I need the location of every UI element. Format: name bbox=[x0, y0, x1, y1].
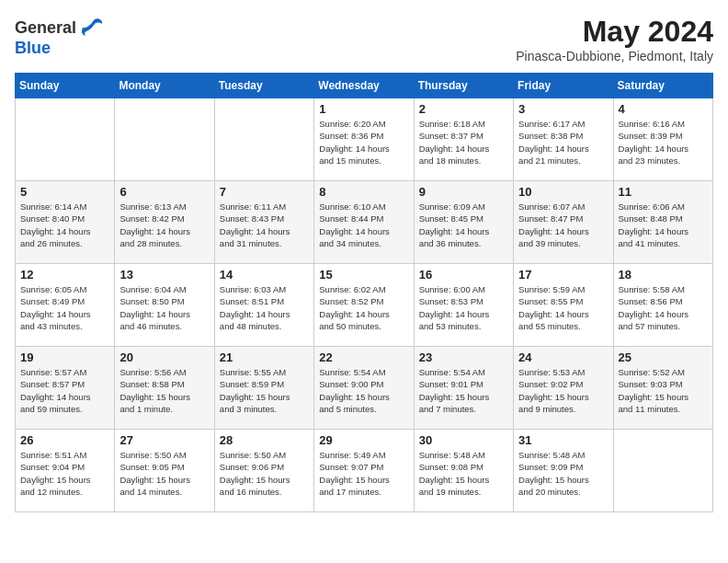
day-number: 9 bbox=[419, 185, 508, 199]
day-number: 12 bbox=[20, 268, 109, 282]
calendar-cell bbox=[115, 98, 214, 181]
calendar-cell: 13Sunrise: 6:04 AMSunset: 8:50 PMDayligh… bbox=[115, 264, 214, 347]
week-row-4: 19Sunrise: 5:57 AMSunset: 8:57 PMDayligh… bbox=[16, 347, 713, 430]
day-info: Sunrise: 6:04 AMSunset: 8:50 PMDaylight:… bbox=[119, 283, 209, 332]
calendar-cell: 12Sunrise: 6:05 AMSunset: 8:49 PMDayligh… bbox=[16, 264, 115, 347]
day-number: 20 bbox=[119, 350, 209, 364]
day-number: 31 bbox=[518, 433, 608, 447]
page-header: General Blue May 2024 Pinasca-Dubbione, … bbox=[15, 15, 713, 63]
calendar-cell: 15Sunrise: 6:02 AMSunset: 8:52 PMDayligh… bbox=[314, 264, 414, 347]
calendar-cell: 14Sunrise: 6:03 AMSunset: 8:51 PMDayligh… bbox=[214, 264, 313, 347]
header-thursday: Thursday bbox=[414, 74, 513, 98]
day-info: Sunrise: 6:18 AMSunset: 8:37 PMDaylight:… bbox=[419, 118, 508, 167]
day-info: Sunrise: 5:54 AMSunset: 9:00 PMDaylight:… bbox=[319, 366, 408, 415]
calendar-cell: 27Sunrise: 5:50 AMSunset: 9:05 PMDayligh… bbox=[115, 430, 214, 512]
calendar-cell: 7Sunrise: 6:11 AMSunset: 8:43 PMDaylight… bbox=[214, 181, 313, 264]
calendar-cell: 30Sunrise: 5:48 AMSunset: 9:08 PMDayligh… bbox=[414, 430, 513, 512]
day-info: Sunrise: 5:50 AMSunset: 9:05 PMDaylight:… bbox=[119, 449, 209, 498]
day-number: 21 bbox=[220, 350, 309, 364]
day-number: 17 bbox=[518, 268, 608, 282]
day-number: 24 bbox=[518, 350, 608, 364]
day-number: 23 bbox=[419, 350, 508, 364]
day-info: Sunrise: 5:50 AMSunset: 9:06 PMDaylight:… bbox=[220, 449, 309, 498]
day-info: Sunrise: 6:14 AMSunset: 8:40 PMDaylight:… bbox=[20, 201, 109, 249]
calendar-title: May 2024 bbox=[516, 15, 713, 49]
day-info: Sunrise: 6:06 AMSunset: 8:48 PMDaylight:… bbox=[619, 201, 708, 249]
day-info: Sunrise: 6:17 AMSunset: 8:38 PMDaylight:… bbox=[518, 118, 608, 167]
day-number: 19 bbox=[20, 350, 109, 364]
day-info: Sunrise: 5:52 AMSunset: 9:03 PMDaylight:… bbox=[619, 366, 708, 415]
day-number: 1 bbox=[319, 102, 408, 116]
calendar-cell: 8Sunrise: 6:10 AMSunset: 8:44 PMDaylight… bbox=[314, 181, 414, 264]
calendar-cell: 10Sunrise: 6:07 AMSunset: 8:47 PMDayligh… bbox=[514, 181, 613, 264]
day-info: Sunrise: 6:09 AMSunset: 8:45 PMDaylight:… bbox=[419, 201, 508, 249]
day-info: Sunrise: 5:53 AMSunset: 9:02 PMDaylight:… bbox=[518, 366, 608, 415]
calendar-cell bbox=[16, 98, 115, 181]
calendar-cell: 31Sunrise: 5:48 AMSunset: 9:09 PMDayligh… bbox=[514, 430, 613, 512]
calendar-cell: 5Sunrise: 6:14 AMSunset: 8:40 PMDaylight… bbox=[16, 181, 115, 264]
day-info: Sunrise: 5:58 AMSunset: 8:56 PMDaylight:… bbox=[619, 283, 708, 332]
title-block: May 2024 Pinasca-Dubbione, Piedmont, Ita… bbox=[516, 15, 713, 63]
day-number: 3 bbox=[518, 102, 608, 116]
calendar-cell: 24Sunrise: 5:53 AMSunset: 9:02 PMDayligh… bbox=[514, 347, 613, 430]
calendar-cell: 2Sunrise: 6:18 AMSunset: 8:37 PMDaylight… bbox=[414, 98, 513, 181]
calendar-subtitle: Pinasca-Dubbione, Piedmont, Italy bbox=[516, 49, 713, 63]
week-row-5: 26Sunrise: 5:51 AMSunset: 9:04 PMDayligh… bbox=[16, 430, 713, 512]
day-number: 28 bbox=[220, 433, 309, 447]
calendar-cell: 17Sunrise: 5:59 AMSunset: 8:55 PMDayligh… bbox=[514, 264, 613, 347]
day-number: 8 bbox=[319, 185, 408, 199]
calendar-cell: 20Sunrise: 5:56 AMSunset: 8:58 PMDayligh… bbox=[115, 347, 214, 430]
calendar-cell: 26Sunrise: 5:51 AMSunset: 9:04 PMDayligh… bbox=[16, 430, 115, 512]
logo: General Blue bbox=[15, 15, 106, 58]
calendar-table: SundayMondayTuesdayWednesdayThursdayFrid… bbox=[15, 73, 713, 512]
logo-bird-icon bbox=[78, 15, 106, 42]
calendar-cell: 23Sunrise: 5:54 AMSunset: 9:01 PMDayligh… bbox=[414, 347, 513, 430]
calendar-cell: 4Sunrise: 6:16 AMSunset: 8:39 PMDaylight… bbox=[613, 98, 712, 181]
day-info: Sunrise: 5:51 AMSunset: 9:04 PMDaylight:… bbox=[20, 449, 109, 498]
day-number: 25 bbox=[619, 350, 708, 364]
calendar-cell: 6Sunrise: 6:13 AMSunset: 8:42 PMDaylight… bbox=[115, 181, 214, 264]
day-info: Sunrise: 6:05 AMSunset: 8:49 PMDaylight:… bbox=[20, 283, 109, 332]
day-number: 26 bbox=[20, 433, 109, 447]
calendar-cell: 18Sunrise: 5:58 AMSunset: 8:56 PMDayligh… bbox=[613, 264, 712, 347]
day-info: Sunrise: 6:20 AMSunset: 8:36 PMDaylight:… bbox=[319, 118, 408, 167]
day-info: Sunrise: 5:49 AMSunset: 9:07 PMDaylight:… bbox=[319, 449, 408, 498]
calendar-cell: 28Sunrise: 5:50 AMSunset: 9:06 PMDayligh… bbox=[214, 430, 313, 512]
week-row-3: 12Sunrise: 6:05 AMSunset: 8:49 PMDayligh… bbox=[16, 264, 713, 347]
day-number: 13 bbox=[119, 268, 209, 282]
header-wednesday: Wednesday bbox=[314, 74, 414, 98]
day-number: 2 bbox=[419, 102, 508, 116]
calendar-cell: 21Sunrise: 5:55 AMSunset: 8:59 PMDayligh… bbox=[214, 347, 313, 430]
day-number: 27 bbox=[119, 433, 209, 447]
day-info: Sunrise: 6:00 AMSunset: 8:53 PMDaylight:… bbox=[419, 283, 508, 332]
header-sunday: Sunday bbox=[16, 74, 115, 98]
header-tuesday: Tuesday bbox=[214, 74, 313, 98]
day-info: Sunrise: 5:55 AMSunset: 8:59 PMDaylight:… bbox=[220, 366, 309, 415]
calendar-cell: 3Sunrise: 6:17 AMSunset: 8:38 PMDaylight… bbox=[514, 98, 613, 181]
calendar-cell: 11Sunrise: 6:06 AMSunset: 8:48 PMDayligh… bbox=[613, 181, 712, 264]
day-number: 10 bbox=[518, 185, 608, 199]
day-info: Sunrise: 5:54 AMSunset: 9:01 PMDaylight:… bbox=[419, 366, 508, 415]
day-number: 30 bbox=[419, 433, 508, 447]
day-info: Sunrise: 6:16 AMSunset: 8:39 PMDaylight:… bbox=[619, 118, 708, 167]
day-info: Sunrise: 6:07 AMSunset: 8:47 PMDaylight:… bbox=[518, 201, 608, 249]
calendar-cell: 29Sunrise: 5:49 AMSunset: 9:07 PMDayligh… bbox=[314, 430, 414, 512]
week-row-1: 1Sunrise: 6:20 AMSunset: 8:36 PMDaylight… bbox=[16, 98, 713, 181]
day-info: Sunrise: 5:57 AMSunset: 8:57 PMDaylight:… bbox=[20, 366, 109, 415]
day-number: 5 bbox=[20, 185, 109, 199]
logo-text: General Blue bbox=[15, 15, 106, 58]
calendar-cell: 1Sunrise: 6:20 AMSunset: 8:36 PMDaylight… bbox=[314, 98, 414, 181]
day-info: Sunrise: 6:11 AMSunset: 8:43 PMDaylight:… bbox=[220, 201, 309, 249]
calendar-cell: 22Sunrise: 5:54 AMSunset: 9:00 PMDayligh… bbox=[314, 347, 414, 430]
header-row: SundayMondayTuesdayWednesdayThursdayFrid… bbox=[16, 74, 713, 98]
day-info: Sunrise: 6:10 AMSunset: 8:44 PMDaylight:… bbox=[319, 201, 408, 249]
day-number: 7 bbox=[220, 185, 309, 199]
day-number: 6 bbox=[119, 185, 209, 199]
day-number: 15 bbox=[319, 268, 408, 282]
day-info: Sunrise: 5:56 AMSunset: 8:58 PMDaylight:… bbox=[119, 366, 209, 415]
calendar-cell: 25Sunrise: 5:52 AMSunset: 9:03 PMDayligh… bbox=[613, 347, 712, 430]
day-number: 16 bbox=[419, 268, 508, 282]
day-number: 11 bbox=[619, 185, 708, 199]
calendar-cell bbox=[214, 98, 313, 181]
calendar-cell: 16Sunrise: 6:00 AMSunset: 8:53 PMDayligh… bbox=[414, 264, 513, 347]
